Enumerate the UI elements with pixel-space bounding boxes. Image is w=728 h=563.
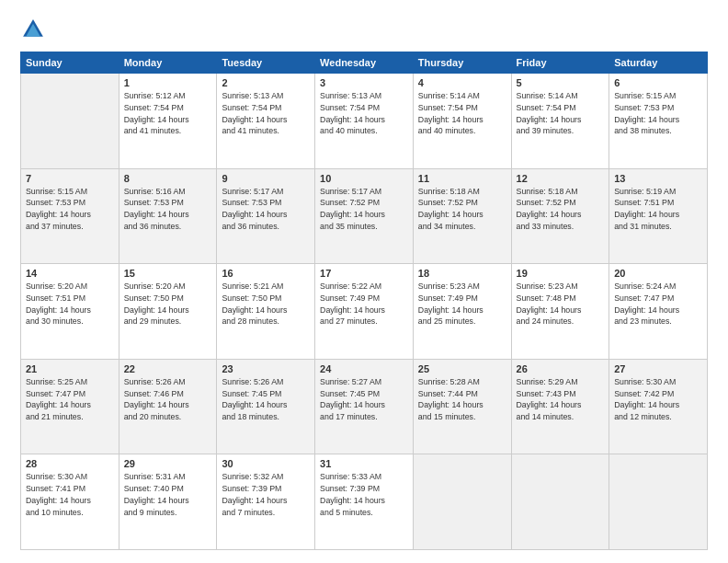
calendar-cell: 26Sunrise: 5:29 AMSunset: 7:43 PMDayligh… (511, 359, 609, 454)
cell-info: Sunrise: 5:18 AMSunset: 7:52 PMDaylight:… (418, 186, 506, 233)
day-number: 23 (222, 363, 310, 374)
day-number: 30 (222, 458, 310, 469)
cell-info: Sunrise: 5:23 AMSunset: 7:48 PMDaylight:… (517, 281, 605, 327)
cell-info: Sunrise: 5:15 AMSunset: 7:53 PMDaylight:… (614, 90, 702, 137)
calendar-week-3: 14Sunrise: 5:20 AMSunset: 7:51 PMDayligh… (21, 264, 708, 360)
day-number: 21 (26, 363, 114, 374)
cell-info: Sunrise: 5:30 AMSunset: 7:41 PMDaylight:… (26, 471, 114, 518)
calendar-cell (511, 454, 609, 550)
calendar-cell: 13Sunrise: 5:19 AMSunset: 7:51 PMDayligh… (609, 168, 708, 264)
day-number: 1 (124, 77, 212, 88)
cell-info: Sunrise: 5:20 AMSunset: 7:50 PMDaylight:… (124, 281, 212, 327)
calendar-cell: 3Sunrise: 5:13 AMSunset: 7:54 PMDaylight… (315, 74, 414, 169)
day-number: 14 (26, 268, 114, 279)
day-number: 2 (222, 77, 310, 88)
day-number: 8 (124, 173, 212, 184)
calendar-header-sunday: Sunday (21, 52, 119, 74)
cell-info: Sunrise: 5:29 AMSunset: 7:43 PMDaylight:… (517, 376, 605, 423)
day-number: 9 (222, 173, 310, 184)
calendar-cell: 31Sunrise: 5:33 AMSunset: 7:39 PMDayligh… (315, 454, 414, 550)
cell-info: Sunrise: 5:28 AMSunset: 7:44 PMDaylight:… (418, 376, 506, 423)
calendar-cell: 21Sunrise: 5:25 AMSunset: 7:47 PMDayligh… (21, 359, 119, 454)
calendar-cell: 5Sunrise: 5:14 AMSunset: 7:54 PMDaylight… (511, 74, 609, 169)
calendar-header-wednesday: Wednesday (315, 52, 414, 74)
calendar-cell: 9Sunrise: 5:17 AMSunset: 7:53 PMDaylight… (217, 168, 315, 264)
calendar-cell: 11Sunrise: 5:18 AMSunset: 7:52 PMDayligh… (413, 168, 511, 264)
calendar-cell (413, 454, 511, 550)
cell-info: Sunrise: 5:19 AMSunset: 7:51 PMDaylight:… (614, 186, 702, 233)
day-number: 15 (124, 268, 212, 279)
cell-info: Sunrise: 5:26 AMSunset: 7:46 PMDaylight:… (124, 376, 212, 423)
calendar-cell: 10Sunrise: 5:17 AMSunset: 7:52 PMDayligh… (315, 168, 414, 264)
cell-info: Sunrise: 5:14 AMSunset: 7:54 PMDaylight:… (517, 90, 605, 137)
cell-info: Sunrise: 5:26 AMSunset: 7:45 PMDaylight:… (222, 376, 310, 423)
logo (20, 17, 50, 42)
day-number: 19 (517, 268, 605, 279)
cell-info: Sunrise: 5:13 AMSunset: 7:54 PMDaylight:… (320, 90, 408, 137)
calendar-cell: 8Sunrise: 5:16 AMSunset: 7:53 PMDaylight… (119, 168, 217, 264)
calendar-cell: 4Sunrise: 5:14 AMSunset: 7:54 PMDaylight… (413, 74, 511, 169)
logo-icon (20, 17, 46, 42)
calendar-header-row: SundayMondayTuesdayWednesdayThursdayFrid… (21, 52, 708, 74)
day-number: 3 (320, 77, 408, 88)
day-number: 27 (614, 363, 702, 374)
day-number: 4 (418, 77, 506, 88)
calendar-week-4: 21Sunrise: 5:25 AMSunset: 7:47 PMDayligh… (21, 359, 708, 454)
calendar-cell: 6Sunrise: 5:15 AMSunset: 7:53 PMDaylight… (609, 74, 708, 169)
calendar-cell: 29Sunrise: 5:31 AMSunset: 7:40 PMDayligh… (119, 454, 217, 550)
cell-info: Sunrise: 5:15 AMSunset: 7:53 PMDaylight:… (26, 186, 114, 233)
cell-info: Sunrise: 5:17 AMSunset: 7:52 PMDaylight:… (320, 186, 408, 233)
calendar-cell: 24Sunrise: 5:27 AMSunset: 7:45 PMDayligh… (315, 359, 414, 454)
cell-info: Sunrise: 5:25 AMSunset: 7:47 PMDaylight:… (26, 376, 114, 423)
page: SundayMondayTuesdayWednesdayThursdayFrid… (0, 0, 728, 563)
cell-info: Sunrise: 5:22 AMSunset: 7:49 PMDaylight:… (320, 281, 408, 327)
cell-info: Sunrise: 5:20 AMSunset: 7:51 PMDaylight:… (26, 281, 114, 327)
cell-info: Sunrise: 5:33 AMSunset: 7:39 PMDaylight:… (320, 471, 408, 518)
day-number: 6 (614, 77, 702, 88)
calendar-header-monday: Monday (119, 52, 217, 74)
calendar-week-2: 7Sunrise: 5:15 AMSunset: 7:53 PMDaylight… (21, 168, 708, 264)
calendar-cell: 16Sunrise: 5:21 AMSunset: 7:50 PMDayligh… (217, 264, 315, 360)
cell-info: Sunrise: 5:12 AMSunset: 7:54 PMDaylight:… (124, 90, 212, 137)
day-number: 24 (320, 363, 408, 374)
day-number: 7 (26, 173, 114, 184)
cell-info: Sunrise: 5:24 AMSunset: 7:47 PMDaylight:… (614, 281, 702, 327)
calendar-header-tuesday: Tuesday (217, 52, 315, 74)
calendar-week-1: 1Sunrise: 5:12 AMSunset: 7:54 PMDaylight… (21, 74, 708, 169)
header (20, 17, 708, 42)
calendar-cell (21, 74, 119, 169)
calendar-cell: 25Sunrise: 5:28 AMSunset: 7:44 PMDayligh… (413, 359, 511, 454)
day-number: 18 (418, 268, 506, 279)
cell-info: Sunrise: 5:32 AMSunset: 7:39 PMDaylight:… (222, 471, 310, 518)
calendar-table: SundayMondayTuesdayWednesdayThursdayFrid… (20, 52, 708, 550)
calendar-cell: 12Sunrise: 5:18 AMSunset: 7:52 PMDayligh… (511, 168, 609, 264)
day-number: 5 (517, 77, 605, 88)
day-number: 29 (124, 458, 212, 469)
calendar-header-saturday: Saturday (609, 52, 708, 74)
calendar-cell: 28Sunrise: 5:30 AMSunset: 7:41 PMDayligh… (21, 454, 119, 550)
calendar-cell: 22Sunrise: 5:26 AMSunset: 7:46 PMDayligh… (119, 359, 217, 454)
calendar-cell: 20Sunrise: 5:24 AMSunset: 7:47 PMDayligh… (609, 264, 708, 360)
day-number: 28 (26, 458, 114, 469)
cell-info: Sunrise: 5:23 AMSunset: 7:49 PMDaylight:… (418, 281, 506, 327)
calendar-header-thursday: Thursday (413, 52, 511, 74)
calendar-cell: 18Sunrise: 5:23 AMSunset: 7:49 PMDayligh… (413, 264, 511, 360)
day-number: 26 (517, 363, 605, 374)
calendar-cell: 15Sunrise: 5:20 AMSunset: 7:50 PMDayligh… (119, 264, 217, 360)
calendar-cell (609, 454, 708, 550)
calendar-cell: 2Sunrise: 5:13 AMSunset: 7:54 PMDaylight… (217, 74, 315, 169)
calendar-cell: 17Sunrise: 5:22 AMSunset: 7:49 PMDayligh… (315, 264, 414, 360)
day-number: 10 (320, 173, 408, 184)
cell-info: Sunrise: 5:16 AMSunset: 7:53 PMDaylight:… (124, 186, 212, 233)
cell-info: Sunrise: 5:21 AMSunset: 7:50 PMDaylight:… (222, 281, 310, 327)
calendar-week-5: 28Sunrise: 5:30 AMSunset: 7:41 PMDayligh… (21, 454, 708, 550)
cell-info: Sunrise: 5:18 AMSunset: 7:52 PMDaylight:… (517, 186, 605, 233)
calendar-header-friday: Friday (511, 52, 609, 74)
day-number: 16 (222, 268, 310, 279)
calendar-cell: 19Sunrise: 5:23 AMSunset: 7:48 PMDayligh… (511, 264, 609, 360)
day-number: 17 (320, 268, 408, 279)
day-number: 13 (614, 173, 702, 184)
day-number: 11 (418, 173, 506, 184)
calendar-cell: 14Sunrise: 5:20 AMSunset: 7:51 PMDayligh… (21, 264, 119, 360)
day-number: 25 (418, 363, 506, 374)
